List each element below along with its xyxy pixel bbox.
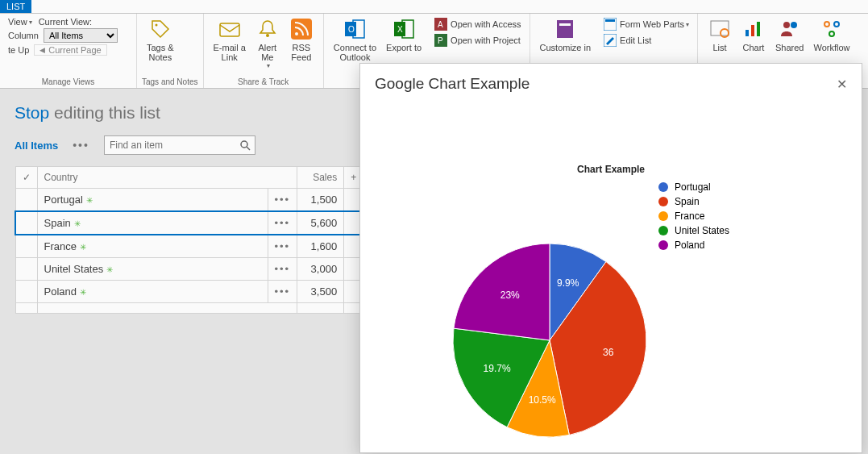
legend-swatch	[658, 182, 668, 192]
legend-label: Poland	[675, 239, 704, 251]
legend-swatch	[658, 240, 668, 250]
legend-label: France	[675, 210, 704, 222]
slice-label: 19.7%	[484, 363, 511, 374]
legend-swatch	[658, 211, 668, 221]
legend-item[interactable]: Spain	[658, 196, 729, 207]
legend-item[interactable]: France	[658, 210, 729, 222]
legend-item[interactable]: Unitel States	[658, 225, 729, 236]
chart-title: Chart Example	[360, 164, 862, 175]
slice-label: 36	[603, 347, 614, 358]
legend-label: Portugal	[675, 181, 711, 193]
pie-svg: 9.9%3610.5%19.7%23%	[449, 239, 650, 441]
legend-item[interactable]: Poland	[658, 239, 729, 251]
legend-item[interactable]: Portugal	[658, 181, 729, 193]
legend-swatch	[658, 197, 668, 206]
slice-label: 9.9%	[557, 277, 579, 289]
chart-legend: PortugalSpainFranceUnitel StatesPoland	[658, 181, 729, 254]
legend-swatch	[658, 226, 668, 235]
legend-label: Spain	[675, 196, 700, 207]
modal-title: Google Chart Example	[375, 75, 530, 93]
legend-label: Unitel States	[675, 225, 729, 236]
close-icon[interactable]: ✕	[837, 77, 847, 92]
slice-label: 10.5%	[529, 394, 556, 406]
pie-chart: PortugalSpainFranceUnitel StatesPoland 9…	[360, 175, 862, 449]
slice-label: 23%	[500, 289, 520, 301]
chart-modal: Google Chart Example ✕ Chart Example Por…	[359, 63, 862, 453]
